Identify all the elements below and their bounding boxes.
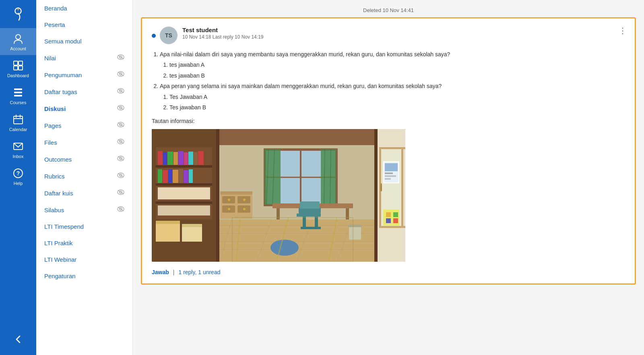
question-2-text: Apa peran yang selama ini saya mainkan d… <box>160 83 442 89</box>
svg-rect-78 <box>156 165 212 168</box>
reply-count: 1 reply, 1 unread <box>178 269 220 275</box>
course-nav-item-files[interactable]: Files <box>36 134 132 151</box>
svg-rect-10 <box>14 116 23 124</box>
course-nav-item-pengumuman[interactable]: Pengumuman <box>36 66 132 83</box>
eye-icon-diskusi[interactable] <box>117 105 124 112</box>
course-nav-item-lti-praktik[interactable]: LTI Praktik <box>36 235 132 251</box>
last-reply-label: Last reply <box>213 34 235 40</box>
course-nav-item-peserta[interactable]: Peserta <box>36 16 132 33</box>
post-timestamp: 10 Nov 14:18 <box>182 34 211 40</box>
svg-rect-101 <box>182 225 202 242</box>
svg-point-110 <box>243 199 246 201</box>
eye-icon-pengumuman[interactable] <box>117 71 124 78</box>
svg-rect-88 <box>194 152 198 165</box>
svg-rect-122 <box>349 226 361 240</box>
svg-rect-121 <box>300 201 320 209</box>
post-card: TS Test student 10 Nov 14:18 Last reply … <box>141 17 636 285</box>
nav-item-account[interactable]: Account <box>0 28 36 55</box>
nav-item-dashboard[interactable]: Dashboard <box>0 55 36 82</box>
eye-icon-outcomes[interactable] <box>117 156 124 163</box>
nav-back-button[interactable] <box>10 329 27 351</box>
course-nav-item-semua-modul[interactable]: Semua modul <box>36 33 132 49</box>
svg-rect-116 <box>297 213 321 217</box>
nav-back-area <box>10 329 27 355</box>
course-nav-item-rubrics[interactable]: Rubrics <box>36 168 132 185</box>
course-nav-item-diskusi[interactable]: Diskusi <box>36 100 132 117</box>
svg-rect-72 <box>321 149 336 205</box>
svg-rect-131 <box>386 212 391 217</box>
post-header: TS Test student 10 Nov 14:18 Last reply … <box>152 27 625 44</box>
svg-rect-85 <box>178 151 184 165</box>
svg-rect-82 <box>163 152 167 165</box>
eye-icon-files[interactable] <box>117 139 124 146</box>
svg-rect-6 <box>19 66 23 70</box>
svg-rect-63 <box>374 129 378 262</box>
footer-divider: | <box>173 269 175 275</box>
course-nav-item-silabus[interactable]: Silabus <box>36 201 132 218</box>
nav-item-help[interactable]: ? Help <box>0 163 36 190</box>
post-body: Apa nilai-nilai dalam diri saya yang mem… <box>152 50 625 262</box>
course-nav-item-beranda[interactable]: Beranda <box>36 0 132 16</box>
unread-dot <box>152 34 156 38</box>
course-nav-item-nilai[interactable]: Nilai <box>36 49 132 66</box>
eye-icon-rubrics[interactable] <box>117 172 124 180</box>
dashboard-icon <box>12 59 25 72</box>
avatar: TS <box>160 27 178 44</box>
nav-label-inbox: Inbox <box>13 154 24 159</box>
question-2: Apa peran yang selama ini saya mainkan d… <box>160 82 625 112</box>
nav-item-inbox[interactable]: Inbox <box>0 136 36 163</box>
svg-rect-95 <box>184 170 188 183</box>
calendar-icon <box>12 113 25 126</box>
answer-2-1: Tes Jawaban A <box>169 92 625 101</box>
eye-icon-daftar-tugas[interactable] <box>117 88 124 95</box>
course-nav-item-pengaturan[interactable]: Pengaturan <box>36 268 132 284</box>
room-image <box>152 129 405 262</box>
course-nav-item-daftar-kuis[interactable]: Daftar kuis <box>36 185 132 201</box>
course-nav-item-daftar-tugas[interactable]: Daftar tugas <box>36 83 132 100</box>
svg-rect-117 <box>303 217 306 227</box>
nav-item-courses[interactable]: Courses <box>0 82 36 109</box>
tautan-label: Tautan informasi: <box>152 117 625 125</box>
eye-icon-pages[interactable] <box>117 122 124 129</box>
account-icon <box>12 32 25 45</box>
svg-rect-96 <box>189 169 193 183</box>
svg-rect-4 <box>19 61 23 65</box>
course-nav-item-outcomes[interactable]: Outcomes <box>36 151 132 168</box>
nav-label-calendar: Calendar <box>9 127 27 132</box>
course-nav-item-lti-timespend[interactable]: LTI Timespend <box>36 218 132 235</box>
svg-rect-5 <box>14 66 18 70</box>
svg-rect-80 <box>156 201 212 204</box>
post-time: 10 Nov 14:18 Last reply 10 Nov 14:19 <box>182 34 625 40</box>
course-nav-label-peserta: Peserta <box>44 21 65 28</box>
svg-rect-9 <box>14 95 22 96</box>
post-menu-button[interactable]: ⋮ <box>619 26 627 35</box>
svg-rect-129 <box>380 183 382 191</box>
course-nav-item-lti-webinar[interactable]: LTI Webinar <box>36 251 132 268</box>
svg-rect-119 <box>301 227 321 229</box>
course-nav-label-outcomes: Outcomes <box>44 156 72 163</box>
course-nav-label-nilai: Nilai <box>44 55 56 62</box>
course-nav-label-lti-praktik: LTI Praktik <box>44 240 73 246</box>
svg-point-112 <box>243 208 246 210</box>
course-nav-label-daftar-kuis: Daftar kuis <box>44 190 73 197</box>
nav-label-courses: Courses <box>10 100 27 105</box>
course-nav-label-pengaturan: Pengaturan <box>44 273 76 279</box>
svg-rect-145 <box>385 178 391 180</box>
svg-point-1 <box>17 9 19 10</box>
svg-rect-87 <box>188 152 193 165</box>
course-nav-item-pages[interactable]: Pages <box>36 117 132 134</box>
eye-icon-nilai[interactable] <box>117 54 124 62</box>
jawab-button[interactable]: Jawab <box>152 269 169 275</box>
svg-rect-133 <box>386 218 391 223</box>
svg-rect-89 <box>198 151 204 165</box>
svg-rect-127 <box>379 147 405 149</box>
eye-icon-silabus[interactable] <box>117 206 124 213</box>
svg-point-2 <box>16 35 21 39</box>
answer-1-2: tes jawaban B <box>169 71 625 80</box>
svg-rect-7 <box>14 88 22 90</box>
question-2-answers: Tes Jawaban A Tes jawaban B <box>169 92 625 112</box>
main-content: Deleted 10 Nov 14:41 TS Test student 10 … <box>133 0 644 355</box>
back-icon <box>12 333 25 346</box>
eye-icon-daftar-kuis[interactable] <box>117 189 124 197</box>
nav-item-calendar[interactable]: Calendar <box>0 109 36 136</box>
